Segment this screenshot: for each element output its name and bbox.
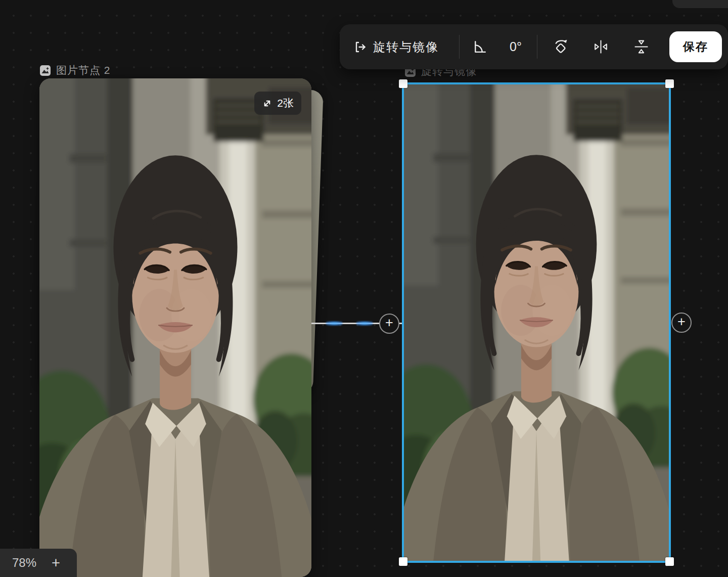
image-count-text: 2张 bbox=[277, 96, 294, 110]
exit-bracket-arrow-icon bbox=[353, 24, 368, 69]
angle-icon[interactable] bbox=[471, 24, 488, 69]
rotate-button[interactable] bbox=[552, 24, 570, 69]
image-count-badge[interactable]: 2张 bbox=[254, 92, 301, 115]
flow-glow-dot bbox=[356, 321, 373, 326]
output-port-add-button[interactable]: + bbox=[671, 313, 692, 333]
rotate-mirror-toolbar: 旋转与镜像 0° bbox=[340, 24, 728, 69]
angle-value[interactable]: 0° bbox=[495, 24, 536, 69]
rotate-icon bbox=[552, 38, 570, 56]
resize-handle-top-left[interactable] bbox=[399, 79, 407, 88]
image-node-icon bbox=[39, 65, 51, 76]
zoom-control-bar: 78% + bbox=[0, 549, 77, 577]
flow-glow-dot bbox=[326, 321, 343, 326]
top-right-panel-corner bbox=[672, 0, 728, 8]
input-port-add-button[interactable]: + bbox=[379, 314, 399, 334]
resize-handle-top-right[interactable] bbox=[665, 79, 674, 88]
toolbar-divider bbox=[459, 35, 460, 59]
resize-handle-bottom-right[interactable] bbox=[665, 557, 674, 566]
image-node-card[interactable]: 2张 bbox=[39, 78, 311, 577]
zoom-level[interactable]: 78% bbox=[12, 556, 36, 570]
resize-handle-bottom-left[interactable] bbox=[399, 557, 407, 566]
portrait-photo bbox=[39, 78, 311, 577]
left-node-title-text: 图片节点 2 bbox=[56, 63, 111, 77]
toolbar-title: 旋转与镜像 bbox=[373, 24, 439, 69]
plus-icon: + bbox=[385, 316, 393, 330]
expand-icon bbox=[262, 98, 272, 109]
flip-horizontal-icon bbox=[593, 38, 609, 55]
left-node-title[interactable]: 图片节点 2 bbox=[39, 63, 111, 77]
zoom-in-button[interactable]: + bbox=[52, 556, 60, 570]
portrait-photo-result bbox=[404, 84, 669, 561]
save-button[interactable]: 保存 bbox=[669, 31, 722, 62]
plus-icon: + bbox=[677, 315, 686, 329]
selected-node-frame[interactable] bbox=[402, 82, 671, 563]
flip-vertical-button[interactable] bbox=[633, 24, 650, 69]
toolbar-divider bbox=[537, 35, 537, 59]
flip-vertical-icon bbox=[633, 38, 650, 55]
flip-horizontal-button[interactable] bbox=[593, 24, 609, 69]
